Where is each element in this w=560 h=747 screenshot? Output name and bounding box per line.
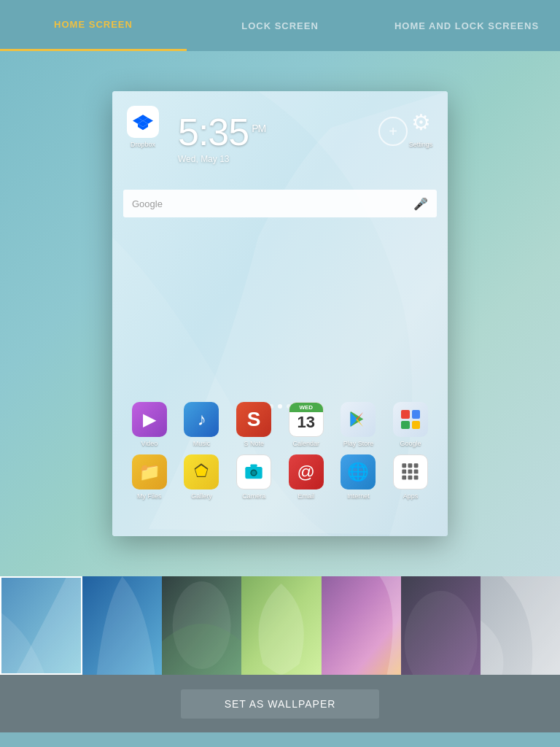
svg-rect-13	[402, 463, 406, 468]
music-icon: ♪	[184, 402, 219, 437]
svg-rect-20	[408, 476, 413, 480]
myfiles-icon: 📁	[132, 454, 167, 489]
app-camera[interactable]: Camera	[232, 454, 276, 500]
wallpaper-strip	[0, 576, 560, 675]
settings-gear-icon: ⚙	[405, 106, 437, 138]
dropbox-label: Dropbox	[131, 141, 155, 148]
wallpaper-3[interactable]	[162, 576, 241, 675]
internet-icon: 🌐	[341, 454, 376, 489]
app-row-1: ▶ Video ♪ Music S S Note WED 13	[123, 402, 437, 447]
clock-date: Wed, May 13	[178, 154, 265, 164]
wallpaper-5[interactable]	[322, 576, 401, 675]
settings-app[interactable]: ⚙ Settings	[405, 106, 437, 148]
app-gallery[interactable]: Gallery	[179, 454, 223, 500]
header-tabs: HOME SCREEN LOCK SCREEN HOME AND LOCK SC…	[0, 0, 560, 51]
clock-widget: 5:35PM Wed, May 13	[178, 113, 265, 164]
apps-label: Apps	[403, 492, 419, 500]
video-label: Video	[141, 440, 158, 447]
apps-grid-icon	[393, 454, 428, 489]
app-calendar[interactable]: WED 13 Calendar	[284, 402, 328, 447]
app-grid: ▶ Video ♪ Music S S Note WED 13	[123, 402, 437, 507]
app-playstore[interactable]: Play Store	[336, 402, 380, 447]
wallpaper-6[interactable]	[401, 576, 481, 675]
music-label: Music	[193, 440, 211, 447]
set-wallpaper-button[interactable]: SET AS WALLPAPER	[181, 689, 380, 719]
bottom-bar: SET AS WALLPAPER	[0, 675, 560, 732]
main-area: Dropbox 5:35PM Wed, May 13 + ⚙ Settings …	[0, 51, 560, 576]
wallpaper-2[interactable]	[82, 576, 162, 675]
playstore-icon	[341, 402, 376, 437]
search-bar-text: Google	[132, 198, 413, 209]
svg-rect-19	[402, 476, 406, 480]
google-icon	[393, 402, 428, 437]
calendar-label: Calendar	[293, 440, 320, 447]
device-preview: Dropbox 5:35PM Wed, May 13 + ⚙ Settings …	[112, 91, 448, 536]
wallpaper-1[interactable]	[0, 576, 82, 675]
google-search-bar[interactable]: Google 🎤	[123, 190, 437, 217]
gallery-icon	[184, 454, 219, 489]
app-video[interactable]: ▶ Video	[128, 402, 171, 447]
dropbox-app[interactable]: Dropbox	[127, 106, 159, 148]
mic-icon: 🎤	[413, 197, 428, 211]
playstore-label: Play Store	[343, 440, 374, 447]
snote-icon: S	[236, 402, 271, 437]
email-label: Email	[298, 492, 315, 500]
tab-home-and-lock[interactable]: HOME AND LOCK SCREENS	[373, 0, 560, 51]
camera-label: Camera	[242, 492, 265, 500]
svg-rect-18	[414, 470, 419, 474]
tab-lock-screen[interactable]: LOCK SCREEN	[187, 0, 373, 51]
svg-rect-17	[408, 470, 413, 474]
gallery-label: Gallery	[191, 492, 212, 500]
dropbox-icon	[127, 106, 159, 138]
app-google[interactable]: Google	[389, 402, 432, 447]
camera-icon	[236, 454, 271, 489]
snote-label: S Note	[244, 440, 264, 447]
svg-rect-12	[250, 465, 257, 468]
app-apps[interactable]: Apps	[389, 454, 432, 500]
google-label: Google	[400, 440, 421, 447]
svg-rect-14	[408, 463, 413, 468]
tab-home-screen[interactable]: HOME SCREEN	[0, 0, 187, 51]
wallpaper-7[interactable]	[481, 576, 560, 675]
svg-rect-21	[414, 476, 419, 480]
wallpaper-4[interactable]	[241, 576, 321, 675]
app-myfiles[interactable]: 📁 My Files	[128, 454, 171, 500]
internet-label: Internet	[347, 492, 370, 500]
app-internet[interactable]: 🌐 Internet	[336, 454, 380, 500]
settings-label: Settings	[409, 141, 433, 148]
app-snote[interactable]: S S Note	[232, 402, 276, 447]
cal-header: WED	[289, 403, 323, 412]
video-icon: ▶	[132, 402, 167, 437]
myfiles-label: My Files	[137, 492, 162, 500]
svg-rect-15	[414, 463, 419, 468]
app-row-2: 📁 My Files Gallery	[123, 454, 437, 500]
cal-number: 13	[298, 412, 315, 433]
app-email[interactable]: @ Email	[284, 454, 328, 500]
clock-time: 5:35PM	[178, 113, 265, 151]
calendar-icon: WED 13	[289, 402, 324, 437]
email-icon: @	[289, 454, 324, 489]
svg-point-11	[252, 471, 256, 475]
svg-rect-16	[402, 470, 406, 474]
weather-widget[interactable]: +	[378, 117, 408, 146]
app-music[interactable]: ♪ Music	[179, 402, 223, 447]
